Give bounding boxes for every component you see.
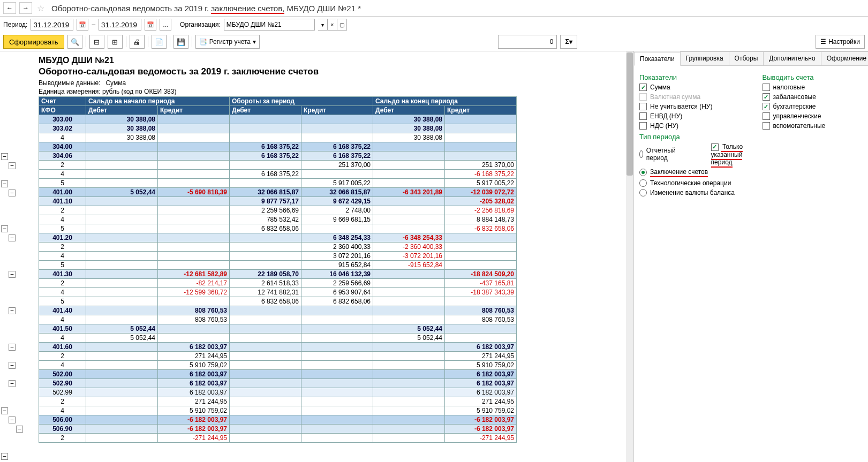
table-row[interactable]: 401.109 877 757,179 672 429,15-205 328,0… <box>39 197 517 206</box>
tree-toggle-button[interactable]: − <box>1 180 8 187</box>
checkbox-label: вспомогательные <box>773 122 826 130</box>
generate-button[interactable]: Сформировать <box>3 35 64 49</box>
checkbox[interactable] <box>639 122 647 130</box>
table-row[interactable]: 401.005 052,44-5 690 818,3932 066 815,87… <box>39 188 517 197</box>
radio[interactable] <box>639 179 647 187</box>
org-open-icon[interactable]: ▢ <box>337 19 347 31</box>
tab-3[interactable]: Дополнительно <box>763 51 821 65</box>
table-row[interactable]: 430 388,0830 388,08 <box>39 133 517 142</box>
table-row[interactable]: 506.90-6 182 003,97-6 182 003,97 <box>39 425 517 434</box>
checkbox-label: Не учитывается (НУ) <box>650 103 712 110</box>
table-row[interactable]: 56 832 658,066 832 658,06 <box>39 297 517 306</box>
table-row[interactable]: 2271 244,95271 244,95 <box>39 397 517 406</box>
table-row[interactable]: 2271 244,95271 244,95 <box>39 352 517 361</box>
tab-0[interactable]: Показатели <box>634 52 681 66</box>
table-row[interactable]: 5915 652,84-915 652,84 <box>39 261 517 270</box>
preview-icon[interactable]: 📄 <box>152 35 167 49</box>
table-row[interactable]: 45 910 759,025 910 759,02 <box>39 406 517 415</box>
org-dropdown-icon[interactable]: ▾ <box>318 19 328 31</box>
table-row[interactable]: 401.40808 760,53808 760,53 <box>39 306 517 315</box>
radio[interactable] <box>639 150 643 158</box>
tree-toggle-button[interactable]: − <box>16 426 23 433</box>
radio-label: Изменение валюты баланса <box>650 189 735 196</box>
save-icon[interactable]: 💾 <box>173 35 188 49</box>
tab-2[interactable]: Отборы <box>729 51 764 65</box>
tree-toggle-button[interactable]: − <box>9 190 16 196</box>
table-row[interactable]: 2-271 244,95-271 244,95 <box>39 434 517 443</box>
tree-toggle-button[interactable]: − <box>9 307 16 314</box>
expand-icon[interactable]: ⊞ <box>108 35 123 49</box>
radio[interactable] <box>639 189 647 196</box>
only-period-checkbox[interactable] <box>711 143 719 151</box>
org-select[interactable]: МБУДО ДШИ №21 <box>224 19 315 31</box>
collapse-icon[interactable]: ⊟ <box>89 35 104 49</box>
table-row[interactable]: 401.30-12 681 582,8922 189 058,7016 046 … <box>39 270 517 279</box>
sigma-button[interactable]: Σ ▾ <box>560 35 577 49</box>
checkbox[interactable] <box>639 103 647 110</box>
tree-toggle-button[interactable]: − <box>9 234 16 241</box>
tree-toggle-button[interactable]: − <box>1 407 8 414</box>
calendar-to-icon[interactable]: 📅 <box>145 19 156 31</box>
scrollbar[interactable] <box>626 51 633 462</box>
table-row[interactable]: 506.00-6 182 003,97-6 182 003,97 <box>39 415 517 425</box>
table-row[interactable]: 304.066 168 375,226 168 375,22 <box>39 152 517 161</box>
period-bar: Период: 📅 – 📅 ... Организация: МБУДО ДШИ… <box>0 17 868 33</box>
table-row[interactable]: 56 832 658,06-6 832 658,06 <box>39 224 517 233</box>
table-row[interactable]: 304.006 168 375,226 168 375,22 <box>39 142 517 152</box>
register-button[interactable]: 📑Регистр учета ▾ <box>195 35 260 49</box>
tab-1[interactable]: Группировка <box>680 51 729 65</box>
tree-toggle-button[interactable]: − <box>9 162 16 169</box>
table-row[interactable]: 401.206 348 254,33-6 348 254,33 <box>39 233 517 243</box>
table-row[interactable]: 401.606 182 003,976 182 003,97 <box>39 343 517 352</box>
table-row[interactable]: 45 910 759,025 910 759,02 <box>39 361 517 370</box>
table-row[interactable]: 502.996 182 003,976 182 003,97 <box>39 388 517 397</box>
table-row[interactable]: 502.906 182 003,976 182 003,97 <box>39 379 517 388</box>
tree-toggle-button[interactable]: − <box>1 225 8 232</box>
period-more-button[interactable]: ... <box>160 19 171 31</box>
tree-toggle-button[interactable]: − <box>9 362 16 369</box>
checkbox[interactable] <box>639 84 647 91</box>
table-row[interactable]: 22 259 566,692 748,00-2 256 818,69 <box>39 206 517 215</box>
table-row[interactable]: 22 360 400,33-2 360 400,33 <box>39 243 517 252</box>
table-row[interactable]: 303.0030 388,0830 388,08 <box>39 115 517 124</box>
tree-toggle-button[interactable]: − <box>9 344 16 351</box>
search-icon[interactable]: 🔍 <box>67 35 82 49</box>
table-row[interactable]: 43 072 201,16-3 072 201,16 <box>39 252 517 261</box>
radio[interactable] <box>639 169 647 176</box>
favorite-star-icon[interactable]: ☆ <box>35 3 46 13</box>
table-row[interactable]: 4808 760,53808 760,53 <box>39 315 517 324</box>
table-row[interactable]: 502.006 182 003,976 182 003,97 <box>39 370 517 379</box>
tab-4[interactable]: Оформление <box>821 51 868 65</box>
table-row[interactable]: 401.505 052,445 052,44 <box>39 324 517 334</box>
table-row[interactable]: 303.0230 388,0830 388,08 <box>39 124 517 133</box>
table-row[interactable]: 2-82 214,172 614 518,332 259 566,69-437 … <box>39 279 517 288</box>
nav-fwd-button[interactable]: → <box>19 2 32 14</box>
table-row[interactable]: 45 052,445 052,44 <box>39 334 517 343</box>
checkbox[interactable] <box>763 93 770 101</box>
table-row[interactable]: 2251 370,00251 370,00 <box>39 161 517 170</box>
tree-toggle-button[interactable]: − <box>9 271 16 278</box>
tree-toggle-button[interactable]: − <box>9 416 16 423</box>
checkbox[interactable] <box>763 103 770 110</box>
date-to-input[interactable] <box>99 19 141 31</box>
report-area[interactable]: МБУДО ДШИ №21 Оборотно-сальдовая ведомос… <box>0 51 633 462</box>
radio-label: Отчетный период <box>646 147 676 162</box>
table-row[interactable]: 55 917 005,225 917 005,22 <box>39 179 517 188</box>
settings-button[interactable]: ☰Настройки <box>816 35 865 49</box>
checkbox[interactable] <box>763 84 770 91</box>
table-row[interactable]: 46 168 375,22-6 168 375,22 <box>39 170 517 179</box>
checkbox[interactable] <box>639 112 647 120</box>
tree-toggle-button[interactable]: − <box>1 453 8 460</box>
org-clear-icon[interactable]: × <box>328 19 337 31</box>
report-meta1: Выводимые данные: Сумма <box>39 79 630 87</box>
checkbox[interactable] <box>763 112 770 120</box>
table-row[interactable]: 4-12 599 368,7212 741 882,316 953 907,64… <box>39 288 517 297</box>
tree-toggle-button[interactable]: − <box>9 380 16 387</box>
checkbox[interactable] <box>763 122 770 130</box>
tree-toggle-button[interactable]: − <box>1 153 8 160</box>
date-from-input[interactable] <box>31 19 73 31</box>
nav-back-button[interactable]: ← <box>3 2 16 14</box>
print-icon[interactable]: 🖨 <box>130 35 145 49</box>
table-row[interactable]: 4785 532,429 669 681,158 884 148,73 <box>39 215 517 224</box>
calendar-from-icon[interactable]: 📅 <box>77 19 88 31</box>
